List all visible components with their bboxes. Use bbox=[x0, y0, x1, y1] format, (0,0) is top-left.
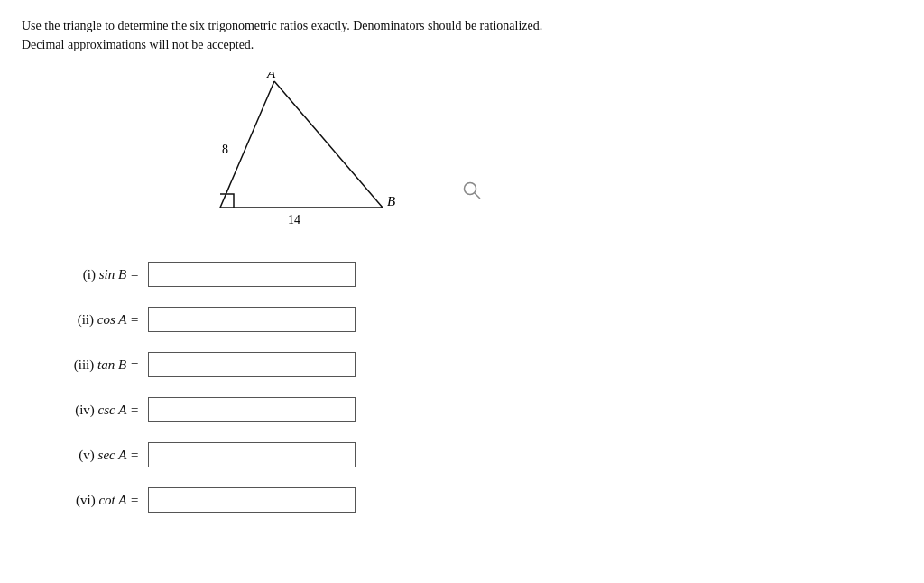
instruction-line2: Decimal approximations will not be accep… bbox=[22, 35, 653, 54]
instructions: Use the triangle to determine the six tr… bbox=[22, 16, 653, 54]
label-cos-a: (ii) cos A = bbox=[31, 312, 139, 328]
question-row-sin-b: (i) sin B = bbox=[31, 262, 902, 287]
svg-point-0 bbox=[465, 183, 476, 195]
label-csc-a: (iv) csc A = bbox=[31, 403, 139, 418]
question-row-cot-a: (vi) cot A = bbox=[31, 487, 902, 513]
input-cot-a[interactable] bbox=[148, 487, 356, 513]
triangle-shape bbox=[220, 81, 383, 208]
label-sec-a: (v) sec A = bbox=[31, 448, 139, 463]
question-row-sec-a: (v) sec A = bbox=[31, 442, 902, 467]
label-cot-a: (vi) cot A = bbox=[31, 493, 139, 508]
input-sec-a[interactable] bbox=[148, 442, 356, 467]
input-sin-b[interactable] bbox=[148, 262, 356, 287]
question-row-csc-a: (iv) csc A = bbox=[31, 397, 902, 422]
vertex-a-label: A bbox=[266, 72, 276, 80]
questions-section: (i) sin B = (ii) cos A = (iii) tan B = (… bbox=[22, 262, 902, 513]
label-tan-b: (iii) tan B = bbox=[31, 357, 139, 373]
input-csc-a[interactable] bbox=[148, 397, 356, 422]
input-cos-a[interactable] bbox=[148, 307, 356, 332]
side-14-label: 14 bbox=[288, 213, 300, 227]
right-angle-marker bbox=[220, 194, 234, 208]
vertex-b-label: B bbox=[387, 194, 395, 208]
input-tan-b[interactable] bbox=[148, 352, 356, 377]
triangle-diagram: A B 8 14 bbox=[202, 72, 437, 235]
triangle-svg: A B 8 14 bbox=[202, 72, 437, 235]
instruction-line1: Use the triangle to determine the six tr… bbox=[22, 16, 653, 35]
question-row-cos-a: (ii) cos A = bbox=[31, 307, 902, 332]
side-8-label: 8 bbox=[222, 143, 228, 156]
svg-line-1 bbox=[475, 193, 480, 199]
search-icon-container bbox=[462, 180, 482, 204]
label-sin-b: (i) sin B = bbox=[31, 267, 139, 282]
search-icon bbox=[462, 180, 482, 200]
question-row-tan-b: (iii) tan B = bbox=[31, 352, 902, 377]
